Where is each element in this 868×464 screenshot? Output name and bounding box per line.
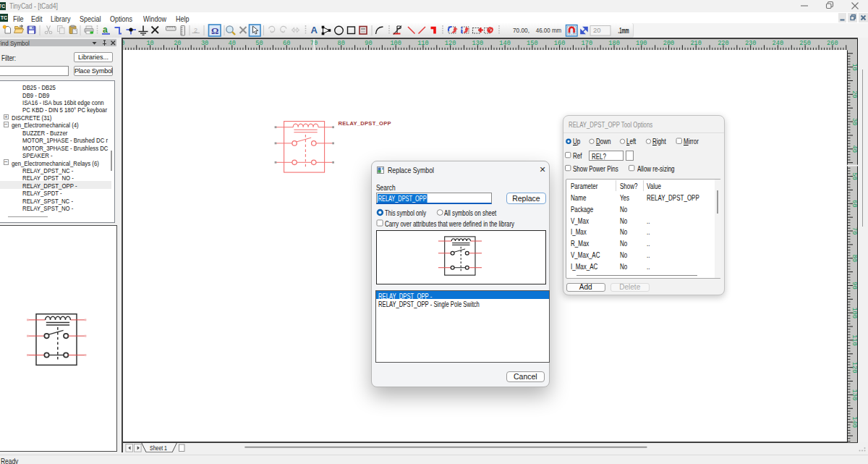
svg-text:130: 130 <box>850 389 857 400</box>
svg-text:20: 20 <box>850 90 857 98</box>
svg-text:180: 180 <box>608 40 620 47</box>
svg-text:150: 150 <box>527 40 538 47</box>
svg-text:10: 10 <box>850 63 857 70</box>
svg-text:46.00 mm: 46.00 mm <box>536 26 562 34</box>
svg-text:250: 250 <box>799 40 811 47</box>
svg-text:50: 50 <box>255 40 263 47</box>
svg-text:160: 160 <box>553 40 565 47</box>
svg-text:80: 80 <box>850 254 857 261</box>
svg-text:200: 200 <box>663 40 674 47</box>
svg-text:70.00,: 70.00, <box>513 26 529 34</box>
svg-text:A: A <box>311 25 318 35</box>
svg-text:70: 70 <box>850 227 857 234</box>
svg-text:80: 80 <box>337 40 344 47</box>
svg-text:110: 110 <box>850 334 857 346</box>
svg-text:90: 90 <box>365 40 372 47</box>
svg-text:230: 230 <box>744 40 756 47</box>
svg-text:210: 210 <box>690 40 702 47</box>
svg-text:140: 140 <box>850 416 857 428</box>
svg-text:20: 20 <box>593 26 601 34</box>
svg-text:100: 100 <box>850 307 857 319</box>
svg-text:240: 240 <box>772 40 783 47</box>
svg-text:60: 60 <box>283 40 290 47</box>
svg-text:110: 110 <box>417 40 429 47</box>
svg-text:.1mm: .1mm <box>618 27 629 35</box>
svg-text:Ω: Ω <box>211 25 218 36</box>
svg-text:170: 170 <box>581 40 592 47</box>
svg-text:40: 40 <box>228 40 235 47</box>
svg-text:120: 120 <box>850 361 857 373</box>
svg-text:140: 140 <box>499 40 511 47</box>
svg-text:50: 50 <box>850 172 857 180</box>
svg-text:90: 90 <box>850 282 857 289</box>
svg-text:260: 260 <box>827 40 838 47</box>
svg-text:40: 40 <box>850 145 857 152</box>
svg-text:60: 60 <box>850 200 857 207</box>
svg-text:20: 20 <box>174 40 181 47</box>
svg-text:100: 100 <box>390 40 401 47</box>
svg-text:30: 30 <box>200 40 208 47</box>
svg-text:10: 10 <box>146 40 153 47</box>
svg-text:30: 30 <box>850 117 857 125</box>
svg-text:130: 130 <box>472 40 483 47</box>
svg-text:190: 190 <box>636 40 647 47</box>
svg-text:120: 120 <box>444 40 456 47</box>
svg-text:Sheet 1: Sheet 1 <box>150 444 167 451</box>
svg-text:0: 0 <box>123 40 125 47</box>
svg-text:220: 220 <box>718 40 729 47</box>
